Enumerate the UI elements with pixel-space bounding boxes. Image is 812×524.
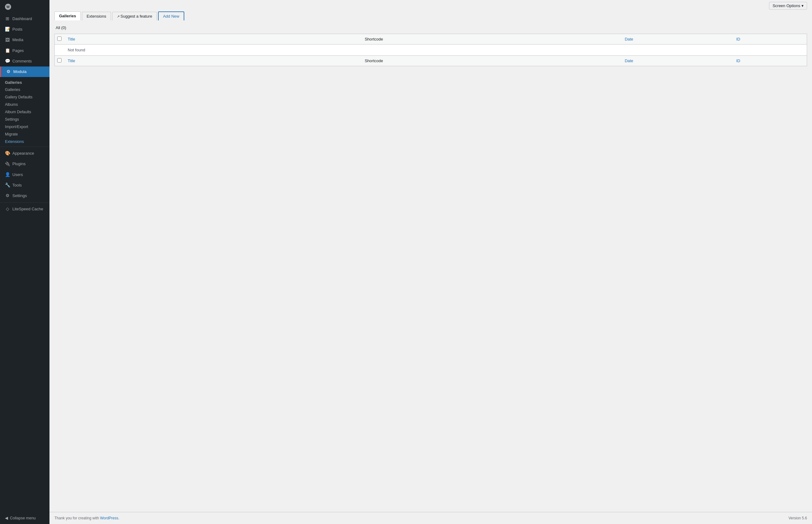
external-link-icon: ↗ (117, 15, 120, 18)
sidebar-sub-galleries[interactable]: Galleries (0, 86, 49, 94)
table-row-not-found: Not found (55, 45, 807, 56)
sidebar-item-dashboard[interactable]: ⊞ Dashboard (0, 14, 49, 24)
appearance-icon: 🎨 (5, 151, 10, 156)
header-shortcode-col: Shortcode (361, 34, 621, 45)
wordpress-link[interactable]: WordPress (100, 516, 118, 520)
header-checkbox-col (55, 34, 64, 45)
page-content: Galleries Extensions ↗Suggest a feature … (49, 12, 812, 512)
tab-add-new[interactable]: Add New (158, 12, 184, 20)
screen-options-chevron-icon: ▾ (801, 3, 803, 8)
footer-id-col[interactable]: ID (732, 56, 807, 66)
comments-icon: 💬 (5, 59, 10, 64)
sidebar-sub-import-export[interactable]: Import/Export (0, 123, 49, 131)
sidebar-item-plugins[interactable]: 🔌 Plugins (0, 159, 49, 169)
sidebar-logo: W (0, 0, 49, 14)
galleries-table: Title Shortcode Date ID Not found Title (54, 34, 807, 66)
tools-icon: 🔧 (5, 183, 10, 188)
sidebar: W ⊞ Dashboard 📝 Posts 🖼 Media 📋 Pages 💬 … (0, 0, 49, 524)
posts-icon: 📝 (5, 27, 10, 32)
topbar: Screen Options ▾ (49, 0, 812, 12)
media-icon: 🖼 (5, 37, 10, 43)
sidebar-sub-migrate[interactable]: Migrate (0, 131, 49, 138)
main-content-area: Screen Options ▾ Galleries Extensions ↗S… (49, 0, 812, 524)
sidebar-item-litespeed[interactable]: ◇ LiteSpeed Cache (0, 204, 49, 214)
sidebar-sub-gallery-defaults[interactable]: Gallery Defaults (0, 94, 49, 101)
screen-options-button[interactable]: Screen Options ▾ (769, 2, 807, 10)
collapse-icon: ◀ (5, 515, 8, 520)
table-footer-row: Title Shortcode Date ID (55, 56, 807, 66)
header-id-col[interactable]: ID (732, 34, 807, 45)
collapse-menu-button[interactable]: ◀ Collapse menu (0, 512, 49, 524)
select-all-footer-checkbox[interactable] (57, 58, 62, 63)
sidebar-item-media[interactable]: 🖼 Media (0, 35, 49, 45)
tabs-row: Galleries Extensions ↗Suggest a feature … (54, 12, 807, 20)
sidebar-item-users[interactable]: 👤 Users (0, 169, 49, 180)
row-checkbox-cell (55, 45, 64, 56)
sidebar-item-comments[interactable]: 💬 Comments (0, 56, 49, 66)
header-date-col[interactable]: Date (621, 34, 732, 45)
sidebar-item-posts[interactable]: 📝 Posts (0, 24, 49, 35)
litespeed-icon: ◇ (5, 207, 10, 212)
modula-icon: ⚙ (6, 69, 11, 74)
status-line: All (0) (54, 26, 807, 30)
sidebar-item-pages[interactable]: 📋 Pages (0, 46, 49, 56)
modula-section-label: Galleries (0, 77, 49, 86)
sidebar-item-settings[interactable]: ⚙ Settings (0, 191, 49, 201)
pages-icon: 📋 (5, 48, 10, 53)
tab-suggest-feature[interactable]: ↗Suggest a feature (112, 12, 157, 20)
sidebar-divider-1 (0, 147, 49, 147)
tab-galleries[interactable]: Galleries (54, 12, 81, 20)
sidebar-item-appearance[interactable]: 🎨 Appearance (0, 148, 49, 159)
header-title-col[interactable]: Title (64, 34, 361, 45)
footer-version: Version 5.6 (789, 516, 807, 520)
footer-credit: Thank you for creating with WordPress. (54, 516, 119, 520)
table-header-row: Title Shortcode Date ID (55, 34, 807, 45)
sidebar-item-tools[interactable]: 🔧 Tools (0, 180, 49, 191)
wordpress-icon: W (5, 4, 11, 10)
footer-title-col[interactable]: Title (64, 56, 361, 66)
dashboard-icon: ⊞ (5, 16, 10, 21)
footer-shortcode-col: Shortcode (361, 56, 621, 66)
sidebar-item-modula[interactable]: ⚙ Modula (0, 66, 49, 77)
sidebar-sub-settings[interactable]: Settings (0, 116, 49, 123)
settings-icon: ⚙ (5, 193, 10, 198)
footer-date-col[interactable]: Date (621, 56, 732, 66)
sidebar-sub-albums[interactable]: Albums (0, 101, 49, 108)
footer-checkbox-col (55, 56, 64, 66)
plugins-icon: 🔌 (5, 162, 10, 166)
select-all-checkbox[interactable] (57, 36, 62, 41)
sidebar-sub-album-defaults[interactable]: Album Defaults (0, 108, 49, 116)
tab-extensions[interactable]: Extensions (82, 12, 111, 20)
users-icon: 👤 (5, 172, 10, 177)
sidebar-sub-extensions[interactable]: Extensions (0, 138, 49, 145)
page-footer: Thank you for creating with WordPress. V… (49, 512, 812, 524)
not-found-message: Not found (64, 45, 807, 56)
